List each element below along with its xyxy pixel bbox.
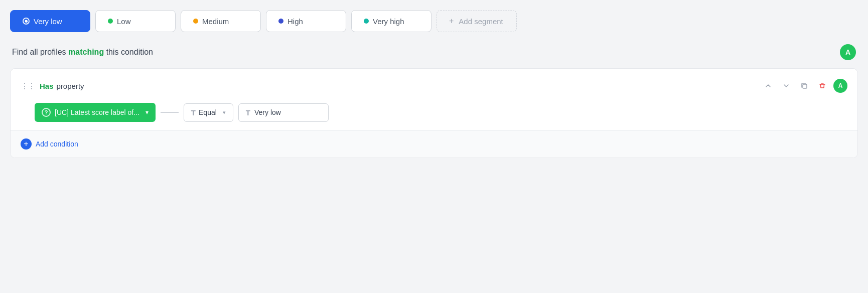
value-input[interactable]: T Very low bbox=[238, 103, 329, 122]
drag-handle-icon[interactable]: ⋮⋮ bbox=[21, 81, 35, 91]
add-condition-button[interactable]: + Add condition bbox=[21, 136, 78, 152]
move-up-button[interactable] bbox=[761, 79, 775, 93]
condition-header: Find all profiles matching this conditio… bbox=[10, 44, 858, 60]
add-condition-label: Add condition bbox=[36, 140, 78, 148]
condition-actions: A bbox=[761, 79, 847, 93]
tab-low-label: Low bbox=[117, 17, 131, 26]
filter-row: ? [UC] Latest score label of... ▾ T Equa… bbox=[35, 103, 847, 122]
condition-avatar: A bbox=[833, 79, 847, 93]
segment-tabs: Very low Low Medium High Very high + Add… bbox=[0, 0, 868, 32]
plus-circle-icon: + bbox=[21, 138, 32, 150]
filter-chevron-icon: ▾ bbox=[146, 109, 149, 116]
value-label: Very low bbox=[254, 108, 281, 116]
tab-very-high-dot bbox=[364, 19, 369, 24]
tab-low-dot bbox=[108, 19, 113, 24]
main-content: Find all profiles matching this conditio… bbox=[10, 44, 858, 158]
tab-very-high-label: Very high bbox=[373, 17, 404, 26]
condition-suffix: this condition bbox=[106, 48, 153, 56]
tab-low[interactable]: Low bbox=[95, 10, 176, 32]
chevron-up-icon bbox=[765, 82, 772, 89]
has-label: Has bbox=[40, 82, 54, 90]
tab-very-low-label: Very low bbox=[34, 17, 62, 26]
tab-very-low[interactable]: Very low bbox=[10, 10, 90, 32]
text-type-icon: T bbox=[191, 108, 196, 117]
condition-highlight: matching bbox=[68, 48, 104, 56]
condition-title: Find all profiles matching this conditio… bbox=[12, 48, 153, 57]
operator-chevron-icon: ▾ bbox=[223, 109, 226, 116]
trash-icon bbox=[819, 82, 826, 89]
operator-select[interactable]: T Equal ▾ bbox=[184, 103, 233, 122]
svg-rect-0 bbox=[803, 84, 807, 88]
filter-btn-label: [UC] Latest score label of... bbox=[55, 108, 139, 116]
tab-add-segment-label: Add segment bbox=[459, 17, 503, 26]
tab-very-high[interactable]: Very high bbox=[351, 10, 431, 32]
duplicate-button[interactable] bbox=[797, 79, 811, 93]
value-text-icon: T bbox=[246, 108, 250, 117]
plus-icon: + bbox=[449, 17, 454, 26]
copy-icon bbox=[801, 82, 808, 89]
question-icon: ? bbox=[42, 108, 51, 117]
condition-prefix: Find all profiles bbox=[12, 48, 68, 56]
add-condition-row: + Add condition bbox=[11, 130, 857, 158]
tab-high[interactable]: High bbox=[266, 10, 346, 32]
tab-medium-dot bbox=[193, 19, 198, 24]
move-down-button[interactable] bbox=[779, 79, 793, 93]
property-label: property bbox=[57, 82, 761, 90]
score-label-button[interactable]: ? [UC] Latest score label of... ▾ bbox=[35, 103, 156, 122]
operator-label: Equal bbox=[199, 108, 217, 116]
condition-block: ⋮⋮ Has property bbox=[10, 68, 858, 158]
tab-high-dot bbox=[278, 19, 283, 24]
tab-add-segment[interactable]: + Add segment bbox=[437, 10, 517, 32]
condition-row: ⋮⋮ Has property bbox=[21, 79, 847, 93]
delete-button[interactable] bbox=[815, 79, 829, 93]
user-avatar: A bbox=[840, 44, 856, 60]
divider bbox=[161, 112, 179, 113]
chevron-down-icon bbox=[783, 82, 790, 89]
tab-medium-label: Medium bbox=[202, 17, 229, 26]
tab-high-label: High bbox=[287, 17, 303, 26]
tab-medium[interactable]: Medium bbox=[181, 10, 261, 32]
